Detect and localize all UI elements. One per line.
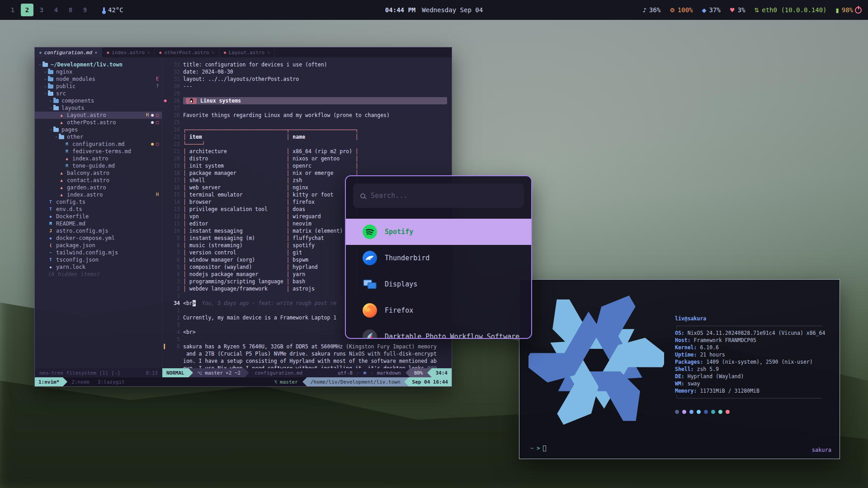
tree-item-docker-compose.yml[interactable]: ◆docker-compose.yml <box>35 235 162 242</box>
lock-file-icon: ▪ <box>48 263 53 271</box>
close-tab-icon[interactable]: ✕ <box>147 50 150 55</box>
editor-line[interactable]: 27 <box>162 104 452 112</box>
line-number: 17 <box>168 177 183 184</box>
tree-item-contact.astro[interactable]: ▲contact.astro <box>35 177 162 184</box>
tab-index.astro[interactable]: ●index.astro✕ <box>102 47 155 57</box>
editor-line[interactable]: 32date: 2024-08-30 <box>162 68 452 75</box>
editor-line[interactable]: 29 <box>162 90 452 97</box>
tree-item-components[interactable]: ▸components <box>35 97 162 104</box>
git-changes: +2 ~2 <box>226 370 241 376</box>
workspace-8[interactable]: 8 <box>64 4 77 16</box>
launcher-item-Spotify[interactable]: Spotify <box>346 219 531 245</box>
volume-module[interactable]: ♪36% <box>643 6 661 14</box>
editor-line[interactable]: 20│ distro │ nixos or gentoo │ <box>162 155 452 162</box>
search-box[interactable] <box>353 183 524 208</box>
gutter-sign <box>162 169 168 177</box>
launcher-item-Thunderbird[interactable]: Thunderbird <box>346 245 531 271</box>
editor-line[interactable]: 25 <box>162 119 452 126</box>
tree-item-index.astro[interactable]: ▲index.astro <box>35 155 162 162</box>
tree-item-yarn.lock[interactable]: ▪yarn.lock <box>35 263 162 271</box>
workspace-4[interactable]: 4 <box>50 4 62 16</box>
editor-line[interactable]: ●28Linux systems <box>162 97 452 104</box>
network-module[interactable]: ⇅eth0 (10.0.0.140) <box>754 6 826 14</box>
editor-line[interactable]: 26Favorite things regarding Linux and my… <box>162 112 452 119</box>
search-input[interactable] <box>371 192 517 200</box>
tab-configuration.md[interactable]: ●configuration.md✕ <box>35 47 102 57</box>
tree-root[interactable]: ▾~/Development/liv.town <box>35 61 162 68</box>
tmux-window-active[interactable]: 1:nvim* <box>35 377 63 386</box>
brightness-module[interactable]: ⚙100% <box>670 6 693 14</box>
editor-line[interactable]: and a 2TB (Crucial P5 Plus) NVMe drive. … <box>162 350 452 357</box>
fetch-info: liv@sakura╭─────────────────────────────… <box>675 315 825 414</box>
launcher-item-Darktable Photo Workflow Software[interactable]: Darktable Photo Workflow Software <box>346 324 531 338</box>
editor-line[interactable]: 33title: configuration for devices i use… <box>162 61 452 68</box>
astro-file-icon: ▲ <box>64 155 70 162</box>
gutter-sign <box>162 191 168 198</box>
editor-line[interactable]: ove. I use Nix when I need software with… <box>162 365 452 368</box>
folder-icon <box>48 84 53 89</box>
powerline-separator <box>427 368 432 377</box>
tree-item-garden.astro[interactable]: ▲garden.astro <box>35 184 162 191</box>
fetch-terminal[interactable]: liv@sakura╭─────────────────────────────… <box>519 279 840 459</box>
tmux-window-2:node[interactable]: 2:node <box>67 377 94 386</box>
tree-item-Dockerfile[interactable]: ◆Dockerfile <box>35 213 162 220</box>
editor-line[interactable]: ion. I have a setup consisting of Hyprla… <box>162 357 452 365</box>
tab-otherPost.astro[interactable]: ●otherPost.astro✕ <box>155 47 219 57</box>
editor-line[interactable]: 31layout: ../../layouts/otherPost.astro <box>162 75 452 83</box>
tree-item-node_modules[interactable]: ▸node_modulesE <box>35 75 162 83</box>
close-tab-icon[interactable]: ✕ <box>267 50 269 55</box>
line-number: 8 <box>168 242 183 249</box>
close-tab-icon[interactable]: ✕ <box>212 50 214 55</box>
editor-line[interactable]: 23│ item │ name │ <box>162 133 452 141</box>
top-bar: 123489 42°C 04:44 PM Wednesday Sep 04 ♪3… <box>0 0 868 20</box>
editor-line[interactable]: 22└─────┘ <box>162 141 452 148</box>
editor-line[interactable]: 19│ init system │ openrc │ <box>162 162 452 169</box>
close-tab-icon[interactable]: ✕ <box>95 50 97 55</box>
git-status[interactable]: ⌥ master +2 ~2 <box>193 368 245 377</box>
editor-line[interactable]: ▍6sakura has a Ryzen 5 7640U, 32GB of DD… <box>162 343 452 350</box>
editor-line[interactable]: 30--- <box>162 83 452 90</box>
shell-prompt[interactable]: ~ > <box>530 445 546 451</box>
battery-module[interactable]: ▮98% <box>836 6 853 14</box>
tree-item-tsconfig.json[interactable]: Ttsconfig.json <box>35 256 162 263</box>
launcher-item-Firefox[interactable]: Firefox <box>346 297 531 324</box>
tree-item-other[interactable]: ▾other <box>35 133 162 141</box>
cpu-module[interactable]: ♥3% <box>730 6 745 14</box>
tree-item-pages[interactable]: ▾pages <box>35 126 162 133</box>
tree-item-config.ts[interactable]: Tconfig.ts <box>35 198 162 206</box>
editor-line[interactable]: 24┌────────────────────────────────┬────… <box>162 126 452 133</box>
tree-item-tone-guide.md[interactable]: Mtone-guide.md <box>35 162 162 169</box>
tree-item-otherPost.astro[interactable]: ▲otherPost.astro●□ <box>35 119 162 126</box>
tree-item-README.md[interactable]: MREADME.md <box>35 220 162 227</box>
line-number <box>168 350 183 357</box>
tree-item-package.json[interactable]: {package.json <box>35 242 162 249</box>
power-icon[interactable] <box>855 7 862 14</box>
clock[interactable]: 04:44 PM Wednesday Sep 04 <box>385 6 483 14</box>
tree-item-fediverse-terms.md[interactable]: Mfediverse-terms.md <box>35 148 162 155</box>
launcher-item-Displays[interactable]: Displays <box>346 271 531 297</box>
tree-item-configuration.md[interactable]: Mconfiguration.md●□ <box>35 141 162 148</box>
tree-item-balcony.astro[interactable]: ▲balcony.astro <box>35 169 162 177</box>
tree-item-layouts[interactable]: ▾layouts <box>35 104 162 112</box>
workspace-2[interactable]: 2 <box>21 4 33 16</box>
tree-item-src[interactable]: ▾src <box>35 90 162 97</box>
tree-item-nginx[interactable]: ▸nginx <box>35 68 162 75</box>
tree-item-index.astro[interactable]: ▲index.astroH <box>35 191 162 198</box>
thermometer-icon <box>103 7 105 13</box>
tree-item-Layout.astro[interactable]: ▲Layout.astroH●□ <box>35 112 162 119</box>
tree-item-public[interactable]: ▸public? <box>35 83 162 90</box>
app-launcher[interactable]: SpotifyThunderbirdDisplaysFirefoxDarktab… <box>345 175 532 339</box>
disk-module[interactable]: ◆37% <box>702 6 721 14</box>
editor-line[interactable]: 21│ architecture │ x86_64 (rip m2 pro) │ <box>162 148 452 155</box>
tab-Layout.astro[interactable]: ●Layout.astro✕ <box>219 47 275 57</box>
tree-item-astro.config.mjs[interactable]: Jastro.config.mjs <box>35 227 162 235</box>
temperature-module[interactable]: 42°C <box>103 6 123 14</box>
tree-item-tailwind.config.mjs[interactable]: ~tailwind.config.mjs <box>35 249 162 256</box>
workspace-9[interactable]: 9 <box>79 4 91 16</box>
tmux-window-3:lazygit[interactable]: 3:lazygit <box>94 377 129 386</box>
tree-item-env.d.ts[interactable]: Tenv.d.ts <box>35 206 162 213</box>
file-tree[interactable]: ▾~/Development/liv.town▸nginx▸node_modul… <box>35 57 162 368</box>
tmux-path: /home/liv/Development/liv.town <box>307 377 404 386</box>
workspace-3[interactable]: 3 <box>35 4 48 16</box>
workspace-1[interactable]: 1 <box>6 4 19 16</box>
